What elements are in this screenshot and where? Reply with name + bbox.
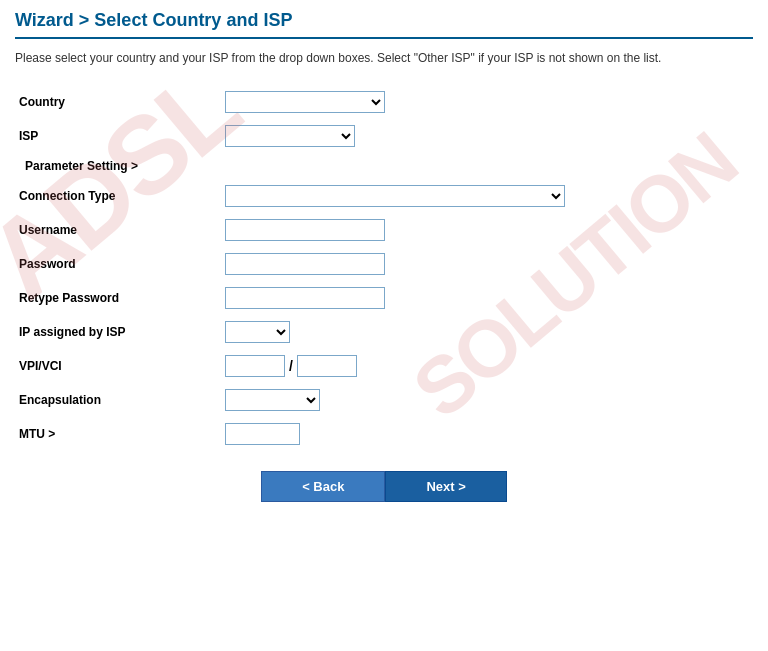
isp-select[interactable]: [225, 125, 355, 147]
vpi-vci-cell: /: [215, 349, 753, 383]
retype-password-label: Retype Password: [15, 281, 215, 315]
username-cell: [215, 213, 753, 247]
isp-label: ISP: [15, 119, 215, 153]
password-cell: [215, 247, 753, 281]
password-input[interactable]: [225, 253, 385, 275]
country-label: Country: [15, 85, 215, 119]
mtu-label: MTU >: [15, 417, 215, 451]
button-row: < Back Next >: [15, 471, 753, 502]
encapsulation-select[interactable]: [225, 389, 320, 411]
username-label: Username: [15, 213, 215, 247]
password-label: Password: [15, 247, 215, 281]
mtu-row: MTU >: [15, 417, 753, 451]
country-cell: [215, 85, 753, 119]
back-button[interactable]: < Back: [261, 471, 385, 502]
isp-cell: [215, 119, 753, 153]
vpi-vci-label: VPI/VCI: [15, 349, 215, 383]
username-row: Username: [15, 213, 753, 247]
connection-type-label: Connection Type: [15, 179, 215, 213]
ip-assigned-cell: [215, 315, 753, 349]
page-title: Wizard > Select Country and ISP: [15, 10, 753, 39]
connection-type-select[interactable]: [225, 185, 565, 207]
next-button[interactable]: Next >: [385, 471, 506, 502]
encapsulation-row: Encapsulation: [15, 383, 753, 417]
encapsulation-cell: [215, 383, 753, 417]
ip-assigned-row: IP assigned by ISP: [15, 315, 753, 349]
mtu-cell: [215, 417, 753, 451]
param-section-row: Parameter Setting >: [15, 153, 753, 179]
retype-password-input[interactable]: [225, 287, 385, 309]
vpi-vci-row: VPI/VCI /: [15, 349, 753, 383]
retype-password-row: Retype Password: [15, 281, 753, 315]
vpi-vci-group: /: [225, 355, 749, 377]
password-row: Password: [15, 247, 753, 281]
vpi-vci-separator: /: [289, 358, 293, 374]
connection-type-cell: [215, 179, 753, 213]
country-row: Country: [15, 85, 753, 119]
page-description: Please select your country and your ISP …: [15, 49, 753, 67]
country-select[interactable]: [225, 91, 385, 113]
form-table: Country ISP Parameter Setting > Connecti…: [15, 85, 753, 451]
encapsulation-label: Encapsulation: [15, 383, 215, 417]
mtu-input[interactable]: [225, 423, 300, 445]
connection-type-row: Connection Type: [15, 179, 753, 213]
vci-input[interactable]: [297, 355, 357, 377]
vpi-input[interactable]: [225, 355, 285, 377]
param-section-header: Parameter Setting >: [15, 153, 753, 179]
ip-assigned-label: IP assigned by ISP: [15, 315, 215, 349]
isp-row: ISP: [15, 119, 753, 153]
page-wrapper: ADSL SOLUTION Wizard > Select Country an…: [0, 0, 768, 512]
username-input[interactable]: [225, 219, 385, 241]
ip-assigned-select[interactable]: [225, 321, 290, 343]
retype-password-cell: [215, 281, 753, 315]
